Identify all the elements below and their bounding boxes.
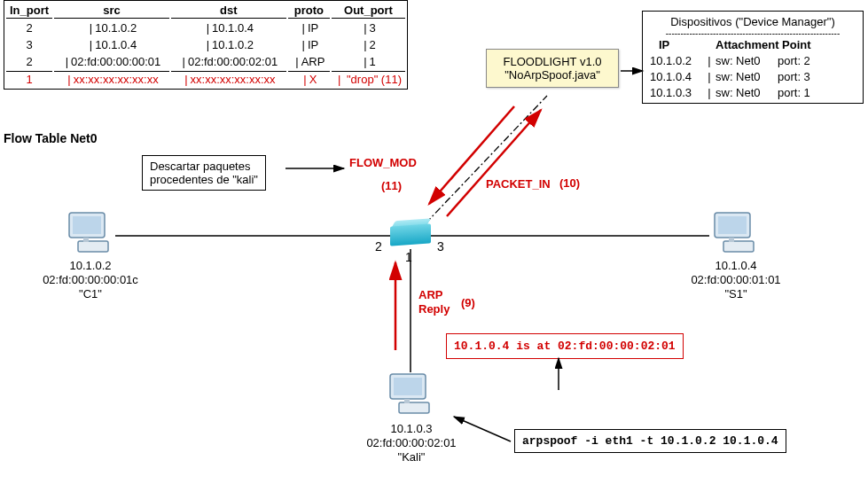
col-dst: dst xyxy=(171,3,286,19)
flow-mod-num: (11) xyxy=(381,179,402,192)
device-row: 10.1.0.2| sw: Net0port: 2 xyxy=(650,51,856,67)
svg-rect-17 xyxy=(723,241,754,252)
flow-table: In_port src dst proto Out_port 2 |10.1.0… xyxy=(4,0,408,90)
device-manager-box: Dispositivos ("Device Manager") --------… xyxy=(642,11,864,104)
packet-in-label: PACKET_IN xyxy=(486,177,551,191)
arpspoof-command-box: arpspoof -i eth1 -t 10.1.0.2 10.1.0.4 xyxy=(514,429,786,453)
host-c1-mac: 02:fd:00:00:00:01c xyxy=(37,273,144,286)
svg-rect-14 xyxy=(83,238,89,242)
arp-reply-num: (9) xyxy=(461,296,475,309)
device-row: 10.1.0.3| sw: Net0port: 1 xyxy=(650,83,856,99)
hint-line2: procedentes de "kali" xyxy=(150,173,258,186)
host-s1-ip: 10.1.0.4 xyxy=(700,259,771,272)
svg-rect-16 xyxy=(718,216,747,234)
svg-rect-12 xyxy=(73,216,101,234)
arp-reply-l2: Reply xyxy=(418,302,450,316)
col-attachment-point: Attachment Point xyxy=(716,38,856,51)
svg-rect-18 xyxy=(729,238,734,242)
controller-box: FLOODLIGHT v1.0 "NoArpSpoof.java" xyxy=(486,49,619,88)
flow-mod-label: FLOW_MOD xyxy=(349,156,417,169)
discard-hint-box: Descartar paquetes procedentes de "kali" xyxy=(142,155,266,191)
host-s1-icon xyxy=(709,209,762,255)
hint-line1: Descartar paquetes xyxy=(150,160,258,173)
host-s1-mac: 02:fd:00:00:01:01 xyxy=(683,273,789,286)
port-label-2: 2 xyxy=(375,239,382,254)
host-kali-mac: 02:fd:00:00:02:01 xyxy=(358,436,465,449)
device-header-row: IP Attachment Point xyxy=(650,38,856,51)
flow-row: 3 |10.1.0.4 |10.1.0.2 |IP |2 xyxy=(6,37,405,52)
host-kali-name: "Kali" xyxy=(376,450,447,464)
svg-rect-21 xyxy=(399,402,429,413)
switch-net0 xyxy=(390,225,431,250)
controller-line1: FLOODLIGHT v1.0 xyxy=(490,55,614,68)
svg-rect-22 xyxy=(404,399,410,403)
host-c1-icon xyxy=(64,209,117,255)
col-proto: proto xyxy=(288,3,330,19)
host-kali-ip: 10.1.0.3 xyxy=(376,422,447,435)
host-c1-ip: 10.1.0.2 xyxy=(55,259,126,272)
svg-rect-20 xyxy=(394,378,422,395)
host-c1-name: "C1" xyxy=(55,287,126,301)
controller-line2: "NoArpSpoof.java" xyxy=(490,68,614,82)
port-label-1: 1 xyxy=(405,250,412,264)
device-manager-title: Dispositivos ("Device Manager") xyxy=(650,15,856,28)
svg-rect-13 xyxy=(78,241,108,252)
host-s1-name: "S1" xyxy=(700,287,771,301)
flow-table-caption: Flow Table Net0 xyxy=(4,131,98,145)
svg-line-7 xyxy=(447,110,541,216)
host-kali-icon xyxy=(385,371,438,417)
arp-reply-l1: ARP xyxy=(418,288,442,301)
device-row: 10.1.0.4| sw: Net0port: 3 xyxy=(650,67,856,83)
flow-row: 2 |10.1.0.2 |10.1.0.4 |IP |3 xyxy=(6,20,405,35)
packet-in-num: (10) xyxy=(559,176,580,190)
flow-row: 2 |02:fd:00:00:00:01 |02:fd:00:00:02:01 … xyxy=(6,54,405,69)
col-out-port: Out_port xyxy=(332,3,405,19)
col-src: src xyxy=(54,3,169,19)
col-ip: IP xyxy=(650,38,716,51)
flow-drop-row: 1 |xx:xx:xx:xx:xx:xx |xx:xx:xx:xx:xx:xx … xyxy=(6,71,405,87)
flow-table-header-row: In_port src dst proto Out_port xyxy=(6,3,405,19)
divider: ----------------------------------------… xyxy=(650,28,856,38)
svg-line-5 xyxy=(426,96,547,223)
port-label-3: 3 xyxy=(437,239,444,254)
arp-reply-box: 10.1.0.4 is at 02:fd:00:00:02:01 xyxy=(446,333,684,359)
col-in-port: In_port xyxy=(6,3,52,19)
